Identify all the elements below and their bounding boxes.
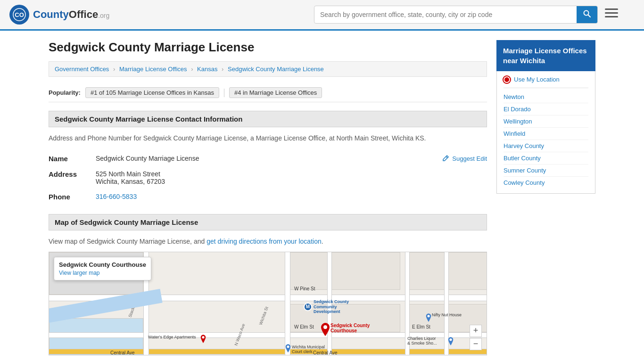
address-line1: 525 North Main Street — [96, 170, 487, 178]
page-title: Sedgwick County Marriage License — [49, 40, 487, 55]
site-header: CO CountyOffice.org — [0, 0, 644, 31]
contact-description: Address and Phone Number for Sedgwick Co… — [49, 133, 487, 143]
map-tooltip: Sedgwick County Courthouse View larger m… — [54, 257, 151, 280]
popularity-rank2: #4 in Marriage License Offices — [229, 87, 322, 98]
menu-button[interactable] — [603, 6, 620, 23]
address-row: Address 525 North Main Street Wichita, K… — [49, 166, 487, 189]
map-label-charlies: Charlies Liquor& Smoke Sho... — [407, 336, 437, 346]
map-street-label-pine: W Pine St — [294, 286, 315, 291]
svg-point-11 — [449, 338, 452, 341]
svg-rect-5 — [605, 12, 618, 14]
map-label-wichita-st: Wichita St — [258, 306, 269, 325]
phone-label: Phone — [49, 189, 96, 205]
map-label-nifty: Nifty Nut House — [432, 313, 462, 317]
popularity-rank1: #1 of 105 Marriage License Offices in Ka… — [85, 87, 219, 98]
zoom-out-button[interactable]: − — [470, 338, 482, 350]
popularity-label: Popularity: — [49, 89, 81, 96]
sidebar-link-sumner-county[interactable]: Sumner County — [504, 165, 588, 177]
contact-info-table: Name Sedgwick County Marriage License Su… — [49, 151, 487, 205]
map-label-community: Sedgwick CountyCommunity Development — [314, 299, 351, 314]
map-zoom-controls: + − — [470, 325, 482, 350]
charlies-pin — [447, 337, 454, 347]
map-block — [287, 252, 400, 290]
community-pin: M Sedgwick CountyCommunity Development — [304, 299, 351, 314]
sidebar-link-wellington[interactable]: Wellington — [504, 115, 588, 128]
popularity-bar: Popularity: #1 of 105 Marriage License O… — [49, 83, 487, 102]
svg-line-3 — [588, 15, 590, 17]
name-row: Name Sedgwick County Marriage License Su… — [49, 151, 487, 166]
logo-text: CountyOffice.org — [33, 8, 109, 21]
phone-link[interactable]: 316-660-5833 — [96, 193, 137, 200]
sidebar-link-newton[interactable]: Newton — [504, 91, 588, 103]
search-box — [314, 6, 598, 24]
breadcrumb-kansas[interactable]: Kansas — [197, 66, 217, 73]
sidebar-link-cowley-county[interactable]: Cowley County — [504, 177, 588, 189]
popularity-divider — [224, 89, 224, 97]
map-container[interactable]: W Pine St W Elm St E Elm St Central Ave … — [49, 252, 487, 355]
address-value: 525 North Main Street Wichita, Kansas, 6… — [96, 166, 487, 189]
svg-point-8 — [427, 315, 429, 317]
name-label: Name — [49, 151, 96, 166]
breadcrumb-current[interactable]: Sedgwick County Marriage License — [228, 66, 324, 73]
sidebar-header: Marriage License Offices near Wichita — [496, 40, 595, 71]
svg-rect-6 — [605, 16, 618, 17]
search-button[interactable] — [577, 6, 597, 23]
zoom-in-button[interactable]: + — [470, 325, 482, 337]
svg-point-9 — [202, 336, 204, 338]
address-label: Address — [49, 166, 96, 189]
svg-point-10 — [287, 346, 289, 348]
svg-text:CO: CO — [15, 11, 24, 18]
map-main-pin[interactable] — [320, 323, 330, 336]
map-description: View map of Sedgwick County Marriage Lic… — [49, 236, 487, 247]
sidebar-link-eldorado[interactable]: El Dorado — [504, 103, 588, 115]
sidebar: Marriage License Offices near Wichita Us… — [496, 40, 595, 355]
map-street-label-central-w: Central Ave — [110, 350, 135, 355]
use-my-location-button[interactable]: Use My Location — [504, 76, 560, 83]
logo-icon: CO — [9, 5, 29, 25]
name-value: Sedgwick County Marriage License Suggest… — [96, 151, 487, 166]
sidebar-body: Use My Location Newton El Dorado Welling… — [496, 71, 595, 194]
municipal-pin — [285, 344, 291, 354]
map-road — [285, 252, 290, 355]
fake-map: W Pine St W Elm St E Elm St Central Ave … — [49, 252, 487, 355]
view-larger-map-link[interactable]: View larger map — [59, 270, 99, 276]
map-section-header: Map of Sedgwick County Marriage License — [49, 214, 487, 230]
breadcrumb-gov-offices[interactable]: Government Offices — [55, 66, 109, 73]
logo-area: CO CountyOffice.org — [9, 5, 109, 25]
address-line2: Wichita, Kansas, 67203 — [96, 178, 487, 185]
svg-rect-4 — [605, 8, 618, 10]
community-pin-dot: M — [304, 303, 312, 311]
contact-section-header: Sedgwick County Marriage License Contact… — [49, 111, 487, 127]
tooltip-title: Sedgwick County Courthouse — [59, 261, 146, 268]
sidebar-divider — [504, 88, 588, 88]
phone-row: Phone 316-660-5833 — [49, 189, 487, 205]
sidebar-link-winfield[interactable]: Winfield — [504, 128, 588, 140]
driving-directions-link[interactable]: get driving directions from your locatio… — [206, 238, 322, 245]
nifty-nut-pin — [425, 313, 432, 323]
map-street-label-elm-e: E Elm St — [412, 324, 430, 329]
map-label-municipal: Wichita MunicipalCourt clerk — [292, 345, 325, 354]
search-input[interactable] — [314, 7, 577, 22]
content-area: Sedgwick County Marriage License Governm… — [49, 40, 487, 355]
map-pin-label: Sedgwick CountyCourthouse — [330, 323, 370, 333]
map-street-label-elm: W Elm St — [294, 324, 314, 329]
breadcrumb: Government Offices › Marriage License Of… — [49, 61, 487, 77]
waters-edge-pin — [200, 335, 206, 345]
search-area — [314, 6, 620, 24]
breadcrumb-marriage-offices[interactable]: Marriage License Offices — [119, 66, 187, 73]
sidebar-link-harvey-county[interactable]: Harvey County — [504, 140, 588, 152]
map-label-waters: Water's Edge Apartments — [148, 335, 196, 339]
location-dot-icon — [504, 76, 510, 83]
svg-point-7 — [323, 325, 327, 329]
sidebar-link-butler-county[interactable]: Butler County — [504, 152, 588, 165]
suggest-edit-button[interactable]: Suggest Edit — [442, 155, 487, 162]
phone-value: 316-660-5833 — [96, 189, 487, 205]
main-container: Sedgwick County Marriage License Governm… — [39, 31, 605, 355]
